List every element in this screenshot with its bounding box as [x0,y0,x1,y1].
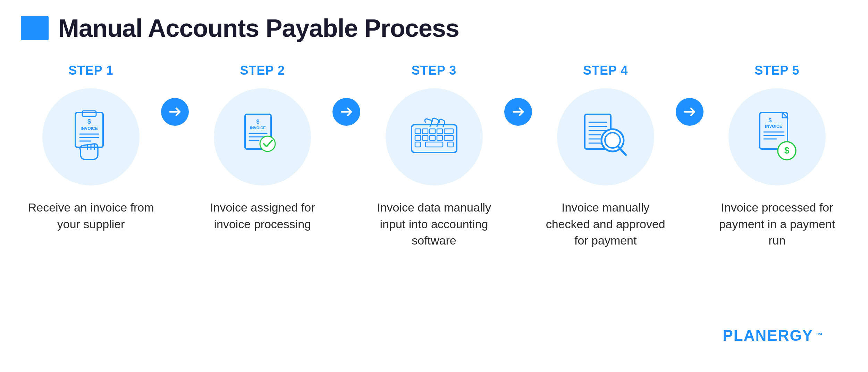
magnify-doc-icon [578,109,633,165]
brand-tm: ™ [815,331,823,340]
header-accent-bar [21,16,49,40]
step-3-description: Invoice data manually input into account… [368,199,500,249]
arrow-4 [676,63,707,126]
arrow-right-icon [167,104,183,119]
svg-rect-22 [444,129,453,134]
step-1: STEP 1 $ INVOICE [21,63,161,232]
arrow-right-icon-2 [339,104,354,119]
svg-rect-28 [415,142,421,147]
svg-text:INVOICE: INVOICE [250,126,266,130]
page-title: Manual Accounts Payable Process [58,14,459,42]
invoice-payment-icon: $ INVOICE $ [749,109,805,165]
svg-rect-27 [444,135,453,140]
step-2-description: Invoice assigned for invoice processing [196,199,328,232]
planergy-logo: PLANERGY™ [723,327,823,344]
svg-text:INVOICE: INVOICE [81,126,98,131]
svg-line-40 [618,147,626,155]
svg-text:$: $ [768,117,772,123]
step-4-label: STEP 4 [583,63,628,78]
svg-rect-1 [82,111,96,116]
step-1-label: STEP 1 [68,63,113,78]
arrow-3 [504,63,536,126]
arrow-2 [332,63,364,126]
arrow-1-circle [161,98,189,126]
step-1-description: Receive an invoice from your supplier [25,199,157,232]
page-header: Manual Accounts Payable Process [21,14,847,42]
step-2-label: STEP 2 [240,63,285,78]
svg-rect-21 [437,129,443,134]
svg-rect-20 [430,129,435,134]
svg-rect-25 [430,135,435,140]
footer: PLANERGY™ [21,337,847,358]
step-3-circle [386,88,483,185]
step-2-circle: $ INVOICE [214,88,311,185]
svg-text:INVOICE: INVOICE [765,124,782,129]
arrow-1 [161,63,192,126]
svg-text:$: $ [87,118,91,125]
step-5: STEP 5 $ INVOICE $ Invoice proces [707,63,847,249]
svg-text:$: $ [784,145,790,156]
brand-name: PLANERGY [723,327,813,344]
svg-text:$: $ [256,119,260,125]
step-5-label: STEP 5 [755,63,799,78]
svg-rect-29 [425,142,443,147]
svg-rect-24 [422,135,428,140]
step-5-circle: $ INVOICE $ [728,88,826,185]
svg-point-16 [260,136,275,151]
arrow-4-circle [676,98,703,126]
step-3-label: STEP 3 [412,63,456,78]
step-4: STEP 4 Invoice manually checked and appr… [536,63,676,249]
svg-rect-18 [415,129,421,134]
step-4-circle [557,88,654,185]
svg-rect-30 [448,142,453,147]
steps-container: STEP 1 $ INVOICE [21,63,847,337]
arrow-right-icon-3 [511,104,526,119]
arrow-2-circle [332,98,360,126]
step-4-description: Invoice manually checked and approved fo… [540,199,672,249]
step-2: STEP 2 $ INVOICE Invoice assigned for in… [192,63,332,232]
arrow-right-icon-4 [682,104,697,119]
step-1-circle: $ INVOICE [42,88,140,185]
svg-rect-19 [422,129,428,134]
svg-rect-23 [415,135,421,140]
invoice-hand-icon: $ INVOICE [63,109,119,165]
svg-rect-26 [437,135,443,140]
invoice-check-icon: $ INVOICE [235,109,290,165]
step-5-description: Invoice processed for payment in a payme… [711,199,843,249]
arrow-3-circle [504,98,532,126]
keyboard-icon [406,109,462,165]
step-3: STEP 3 [364,63,504,249]
